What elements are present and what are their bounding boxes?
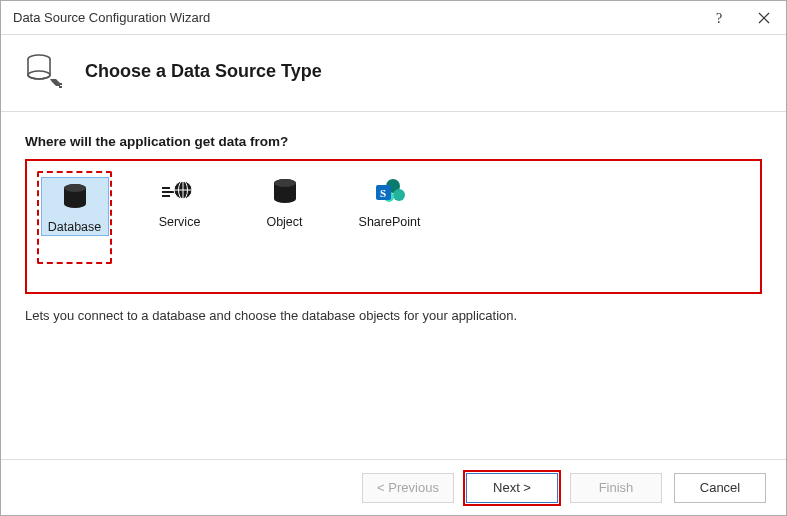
close-button[interactable] xyxy=(742,1,786,34)
svg-point-19 xyxy=(393,189,405,201)
sharepoint-icon: S xyxy=(366,175,414,209)
database-icon xyxy=(51,180,99,214)
window-title: Data Source Configuration Wizard xyxy=(13,10,210,25)
next-button[interactable]: Next > xyxy=(466,473,558,503)
option-label: SharePoint xyxy=(359,215,421,229)
data-source-header-icon xyxy=(23,49,67,93)
wizard-window: Data Source Configuration Wizard ? Choos… xyxy=(0,0,787,516)
cancel-button[interactable]: Cancel xyxy=(674,473,766,503)
svg-rect-5 xyxy=(59,83,62,85)
wizard-body: Where will the application get data from… xyxy=(1,112,786,459)
option-label: Database xyxy=(48,220,102,234)
option-label: Object xyxy=(266,215,302,229)
svg-point-17 xyxy=(274,179,296,187)
option-sharepoint[interactable]: S SharePoint xyxy=(352,171,427,264)
option-database[interactable]: Database xyxy=(37,171,112,264)
previous-button: < Previous xyxy=(362,473,454,503)
titlebar-controls: ? xyxy=(698,1,786,34)
svg-point-8 xyxy=(64,184,86,192)
option-label: Service xyxy=(159,215,201,229)
option-object[interactable]: Object xyxy=(247,171,322,264)
prompt-label: Where will the application get data from… xyxy=(25,134,762,149)
header: Choose a Data Source Type xyxy=(1,35,786,112)
option-service[interactable]: Service xyxy=(142,171,217,264)
titlebar: Data Source Configuration Wizard ? xyxy=(1,1,786,35)
object-icon xyxy=(261,175,309,209)
service-icon xyxy=(156,175,204,209)
svg-text:?: ? xyxy=(716,11,722,25)
header-title: Choose a Data Source Type xyxy=(85,61,322,82)
wizard-footer: < Previous Next > Finish Cancel xyxy=(1,459,786,515)
svg-rect-6 xyxy=(59,86,62,88)
data-source-type-list: Database Service xyxy=(25,159,762,294)
svg-text:S: S xyxy=(380,187,386,199)
finish-button: Finish xyxy=(570,473,662,503)
selection-description: Lets you connect to a database and choos… xyxy=(25,308,762,323)
help-button[interactable]: ? xyxy=(698,1,742,34)
